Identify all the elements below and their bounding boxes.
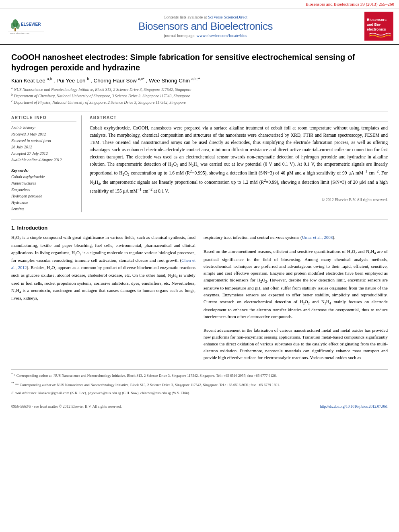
abstract-label: ABSTRACT [90,115,388,121]
abstract-column: ABSTRACT Cobalt oxyhydroxide, CoOOH, nan… [90,115,388,212]
affiliation-b: b Department of Chemistry, National Univ… [11,92,388,99]
received-date: Received 3 May 2012 [11,131,76,138]
keyword-5: Hydrazine [11,199,76,206]
abstract-text: Cobalt oxyhydroxide, CoOOH, nanosheets w… [90,125,388,195]
journal-logo-area: Biosensors and Bio- electronics [363,12,395,41]
journal-logo-box: Biosensors and Bio- electronics [364,12,393,41]
homepage-link[interactable]: www.elsevier.com/locate/bios [197,33,247,38]
homepage-line: journal homepage: www.elsevier.com/locat… [52,33,359,38]
affiliation-a: a NUS Nanoscience and Nanotechnology Ini… [11,86,388,92]
doi-text[interactable]: http://dx.doi.org/10.1016/j.bios.2012.07… [320,405,388,409]
article-history: Article history: Received 3 May 2012 Rec… [11,125,76,163]
elsevier-logo-icon: ELSEVIER www.elsevier.com [8,18,44,35]
keywords-label: Keywords: [11,168,76,173]
email-footnote: E-mail addresses: kiankeat@gmail.com (K.… [11,390,388,396]
sciverse-link[interactable]: SciVerse ScienceDirect [208,15,247,19]
journal-title-area: Contents lists available at SciVerse Sci… [52,15,359,38]
introduction-body: H2O2 is a simple compound with great sig… [11,234,388,361]
article-info-label: ARTICLE INFO [11,115,76,121]
keyword-2: Nanostructures [11,180,76,187]
bb-logo-icon: Biosensors and Bio- electronics [365,12,393,40]
svg-text:electronics: electronics [367,27,386,31]
svg-point-3 [16,23,20,29]
article-content: CoOOH nanosheet electrodes: Simple fabri… [0,45,399,416]
keyword-4: Hydrogen peroxide [11,193,76,199]
article-title: CoOOH nanosheet electrodes: Simple fabri… [11,52,388,73]
history-label: Article history: [11,125,76,131]
received-revised-label: Received in revised form [11,138,76,144]
accepted-date: Accepted 27 July 2012 [11,150,76,157]
intro-col-left: H2O2 is a simple compound with great sig… [11,234,195,361]
issn-text: 0956-5663/$ - see front matter © 2012 El… [11,405,122,409]
copyright-line: © 2012 Elsevier B.V. All rights reserved… [90,197,388,202]
keyword-3: Enzymeless [11,187,76,193]
affiliations: a NUS Nanoscience and Nanotechnology Ini… [11,86,388,106]
intro-col-right: respiratory tract infection and central … [204,234,388,361]
sciverse-line: Contents lists available at SciVerse Sci… [52,15,359,19]
affiliation-c: c Department of Physics, National Univer… [11,99,388,105]
journal-header: ELSEVIER www.elsevier.com Contents lists… [0,8,399,45]
footnotes: * * Corresponding author at: NUS Nanosci… [11,369,388,396]
introduction-section: 1. Introduction H2O2 is a simple compoun… [11,220,388,361]
bottom-bar: 0956-5663/$ - see front matter © 2012 El… [11,402,388,409]
svg-point-2 [11,23,15,29]
svg-text:and Bio-: and Bio- [367,23,381,27]
section-title: 1. Introduction [11,225,388,231]
publisher-logo-area: ELSEVIER www.elsevier.com [4,18,48,35]
keyword-6: Sensing [11,206,76,212]
reactions-word: reactions [179,265,195,270]
keywords-list: Cobalt oxyhydroxide Nanostructures Enzym… [11,174,76,212]
received-revised-date: 26 July 2012 [11,144,76,150]
article-info-abstract-section: ARTICLE INFO Article history: Received 3… [11,111,388,212]
umar-ref[interactable]: Umar et al., 2008 [302,235,333,240]
journal-title: Biosensors and Bioelectronics [52,20,359,33]
journal-citation-text: Biosensors and Bioelectronics 39 (2013) … [306,2,394,6]
doublestar-footnote: ** ** Corresponding author at: NUS Nanos… [11,381,388,388]
chen-ref[interactable]: Chen et al., 2012 [11,258,195,269]
svg-text:Biosensors: Biosensors [367,18,387,22]
svg-text:www.elsevier.com: www.elsevier.com [10,32,29,35]
keyword-1: Cobalt oxyhydroxide [11,174,76,180]
article-info-column: ARTICLE INFO Article history: Received 3… [11,115,82,212]
svg-rect-4 [14,28,16,31]
star-footnote: * * Corresponding author at: NUS Nanosci… [11,372,388,379]
available-date: Available online 4 August 2012 [11,157,76,163]
keywords-section: Keywords: Cobalt oxyhydroxide Nanostruct… [11,168,76,212]
svg-text:ELSEVIER: ELSEVIER [21,22,41,27]
journal-citation-bar: Biosensors and Bioelectronics 39 (2013) … [0,0,399,8]
article-authors: Kian Keat Lee a,b , Pui Yee Loh b , Chor… [11,77,388,84]
